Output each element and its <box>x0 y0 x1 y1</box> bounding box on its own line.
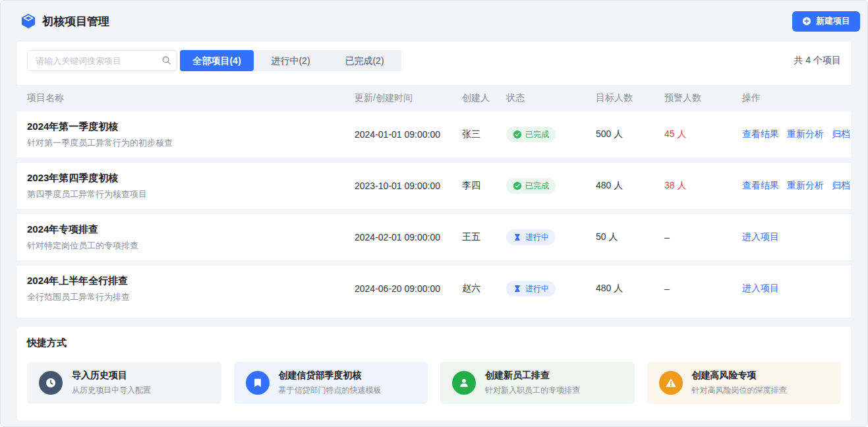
projects-panel: 全部项目(4)进行中(2)已完成(2) 共 4 个项目 项目名称 更新/创建时间… <box>17 42 851 318</box>
action-link[interactable]: 查看结果 <box>742 128 779 140</box>
shortcuts-title: 快捷方式 <box>27 337 841 349</box>
column-header-creator: 创建人 <box>462 92 506 104</box>
history-clock-icon <box>39 371 63 395</box>
shortcut-cards: 导入历史项目 从历史项目中导入配置 创建信贷部季度初核 基于信贷部门特点的快速模… <box>27 362 841 404</box>
status-badge: 已完成 <box>506 127 556 142</box>
status-badge: 进行中 <box>506 229 556 245</box>
action-link[interactable]: 归档 <box>832 180 850 192</box>
cell-warning-count: – <box>664 232 742 242</box>
action-link[interactable]: 查看结果 <box>742 180 779 192</box>
action-link[interactable]: 重新分析 <box>787 128 824 140</box>
warning-icon <box>659 371 683 395</box>
search-input[interactable] <box>27 50 177 71</box>
project-desc: 全行范围员工异常行为排查 <box>27 291 355 303</box>
column-header-time: 更新/创建时间 <box>355 92 462 104</box>
cell-creator: 李四 <box>462 180 506 192</box>
cell-target-count: 480 人 <box>596 180 664 192</box>
new-project-button-label: 新建项目 <box>816 15 850 27</box>
status-label: 已完成 <box>525 129 549 140</box>
status-label: 已完成 <box>525 181 549 192</box>
cell-actions: 查看结果重新分析归档 <box>742 128 851 140</box>
action-link[interactable]: 进入项目 <box>742 283 779 295</box>
cell-target-count: 480 人 <box>596 283 664 295</box>
status-badge: 已完成 <box>506 178 556 194</box>
shortcuts-panel: 快捷方式 导入历史项目 从历史项目中导入配置 创建信贷部季度初核 基于信贷部门特… <box>17 327 851 420</box>
shortcut-card[interactable]: 创建高风险专项 针对高风险岗位的深度排查 <box>647 362 842 404</box>
hourglass-icon <box>513 284 522 293</box>
user-icon <box>452 371 476 395</box>
shortcut-desc: 从历史项目中导入配置 <box>72 385 151 396</box>
action-link[interactable]: 归档 <box>832 128 850 140</box>
shortcut-card[interactable]: 创建新员工排查 针对新入职员工的专项排查 <box>440 362 635 404</box>
cell-creator: 王五 <box>462 231 506 243</box>
project-name: 2024年第一季度初核 <box>27 121 355 133</box>
cell-update-time: 2024-01-01 09:00:00 <box>355 129 462 140</box>
shortcut-desc: 针对高风险岗位的深度排查 <box>692 385 787 396</box>
shortcut-desc: 基于信贷部门特点的快速模板 <box>279 385 382 396</box>
hourglass-icon <box>513 233 522 242</box>
shortcut-title: 创建新员工排查 <box>485 370 580 382</box>
cell-warning-count: – <box>664 283 742 294</box>
cell-warning-count: 45 人 <box>664 128 742 140</box>
project-desc: 针对特定岗位员工的专项排查 <box>27 240 355 252</box>
project-desc: 针对第一季度员工异常行为的初步核查 <box>27 137 355 149</box>
table-row: 2024年专项排查 针对特定岗位员工的专项排查 2024-02-01 09:00… <box>17 214 851 260</box>
cell-update-time: 2023-10-01 09:00:00 <box>355 181 462 191</box>
new-project-button[interactable]: 新建项目 <box>792 11 860 32</box>
search-wrap <box>27 50 177 71</box>
page: 初核项目管理 新建项目 全部项目(4)进行中(2)已完成(2) 共 4 个项目 <box>0 0 868 427</box>
plus-circle-icon <box>802 16 811 26</box>
cell-creator: 赵六 <box>462 283 506 295</box>
bookmark-icon <box>246 371 270 395</box>
action-link[interactable]: 进入项目 <box>742 231 779 243</box>
status-label: 进行中 <box>525 232 549 243</box>
cell-actions: 进入项目 <box>742 231 851 243</box>
cell-update-time: 2024-06-20 09:00:00 <box>355 283 462 294</box>
filter-tab-2[interactable]: 已完成(2) <box>328 50 401 71</box>
cube-icon <box>20 13 36 29</box>
filter-tab-0[interactable]: 全部项目(4) <box>180 50 254 71</box>
filter-tab-1[interactable]: 进行中(2) <box>254 50 328 71</box>
cell-target-count: 500 人 <box>596 128 664 140</box>
cell-creator: 张三 <box>462 128 506 140</box>
column-header-actions: 操作 <box>742 92 851 104</box>
shortcut-title: 创建高风险专项 <box>692 370 787 382</box>
column-header-warning: 预警人数 <box>664 92 742 104</box>
shortcut-title: 创建信贷部季度初核 <box>279 370 382 382</box>
cell-target-count: 50 人 <box>596 231 664 243</box>
table-row: 2023年第四季度初核 第四季度员工异常行为核查项目 2023-10-01 09… <box>17 163 851 209</box>
action-link[interactable]: 重新分析 <box>787 180 824 192</box>
table-row: 2024年第一季度初核 针对第一季度员工异常行为的初步核查 2024-01-01… <box>17 111 851 157</box>
toolbar: 全部项目(4)进行中(2)已完成(2) 共 4 个项目 <box>27 50 841 71</box>
project-desc: 第四季度员工异常行为核查项目 <box>27 188 355 200</box>
filter-tab-group: 全部项目(4)进行中(2)已完成(2) <box>180 50 401 71</box>
shortcut-title: 导入历史项目 <box>72 370 151 382</box>
top-bar: 初核项目管理 新建项目 <box>1 1 867 42</box>
shortcut-card[interactable]: 创建信贷部季度初核 基于信贷部门特点的快速模板 <box>234 362 428 404</box>
panel-gap <box>1 318 867 327</box>
column-header-status: 状态 <box>506 92 596 104</box>
shortcut-card[interactable]: 导入历史项目 从历史项目中导入配置 <box>27 362 221 404</box>
shortcut-desc: 针对新入职员工的专项排查 <box>485 385 580 396</box>
column-header-target: 目标人数 <box>596 92 664 104</box>
project-name: 2024年上半年全行排查 <box>27 275 355 287</box>
table-row: 2024年上半年全行排查 全行范围员工异常行为排查 2024-06-20 09:… <box>17 266 851 312</box>
check-circle-icon <box>513 130 522 139</box>
status-label: 进行中 <box>525 283 549 295</box>
project-name: 2024年专项排查 <box>27 223 355 236</box>
page-title: 初核项目管理 <box>42 14 109 29</box>
project-rows: 2024年第一季度初核 针对第一季度员工异常行为的初步核查 2024-01-01… <box>17 111 851 312</box>
cell-actions: 进入项目 <box>742 283 851 295</box>
check-circle-icon <box>513 181 522 190</box>
cell-warning-count: 38 人 <box>664 180 742 192</box>
cell-actions: 查看结果重新分析归档 <box>742 180 851 192</box>
total-count: 共 4 个项目 <box>794 55 841 67</box>
status-badge: 进行中 <box>506 281 556 297</box>
search-icon <box>161 55 171 65</box>
column-header-name: 项目名称 <box>17 92 355 104</box>
table-header: 项目名称 更新/创建时间 创建人 状态 目标人数 预警人数 操作 <box>17 85 851 111</box>
project-name: 2023年第四季度初核 <box>27 172 355 185</box>
cell-update-time: 2024-02-01 09:00:00 <box>355 232 462 242</box>
